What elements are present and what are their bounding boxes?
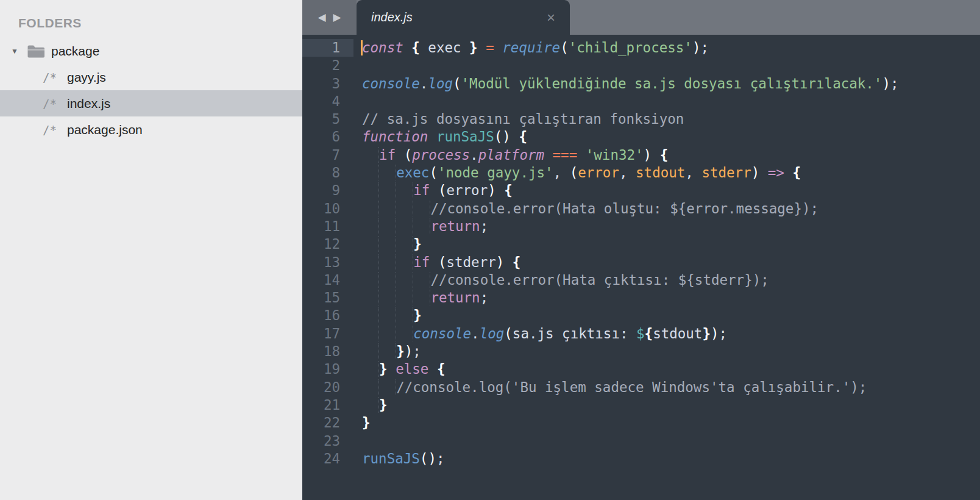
sidebar-item-gayy-js[interactable]: /* gayy.js xyxy=(0,64,302,90)
line-number: 15 xyxy=(302,289,353,307)
code-line[interactable]: 11 return; xyxy=(302,218,980,235)
indent-guide xyxy=(379,165,396,180)
indent-guide xyxy=(362,254,379,270)
indent-guide xyxy=(413,290,430,305)
indent-guide xyxy=(379,272,396,288)
indent-guide xyxy=(379,182,396,198)
code-line[interactable]: 13 if (stderr) { xyxy=(302,254,980,271)
file-label: gayy.js xyxy=(67,70,106,85)
indent-guide xyxy=(396,272,413,288)
indent-guide xyxy=(413,218,430,234)
line-number: 13 xyxy=(302,254,353,271)
sublime-window: FOLDERS ▼ package /* gayy.js /* index.js… xyxy=(0,0,980,500)
line-number: 8 xyxy=(302,164,353,182)
folders-header: FOLDERS xyxy=(0,0,302,38)
indent-guide xyxy=(362,343,379,359)
indent-guide xyxy=(396,326,413,341)
code-line[interactable]: 9 if (error) { xyxy=(302,182,980,199)
indent-guide xyxy=(362,147,379,163)
indent-guide xyxy=(362,236,379,252)
line-number: 3 xyxy=(302,75,353,93)
editor-pane: ◀ ▶ index.js × 1const { exec } = require… xyxy=(302,0,980,500)
indent-guide xyxy=(379,379,396,395)
code-line[interactable]: 10 //console.error(Hata oluştu: ${error.… xyxy=(302,200,980,218)
indent-guide xyxy=(396,254,413,270)
tab-index-js[interactable]: index.js × xyxy=(357,0,570,35)
code-line[interactable]: 21 } xyxy=(302,396,980,414)
line-number: 24 xyxy=(302,450,353,468)
code-line[interactable]: 14 //console.error(Hata çıktısı: ${stder… xyxy=(302,271,980,289)
code-line[interactable]: 6function runSaJS() { xyxy=(302,128,980,146)
indent-guide xyxy=(413,272,430,288)
code-line[interactable]: 16 } xyxy=(302,307,980,324)
indent-guide xyxy=(362,307,379,323)
indent-guide xyxy=(379,326,396,341)
code-line[interactable]: 17 console.log(sa.js çıktısı: ${stdout})… xyxy=(302,325,980,343)
line-number: 9 xyxy=(302,182,353,199)
indent-guide xyxy=(379,201,396,216)
line-number: 11 xyxy=(302,218,353,235)
code-line[interactable]: 22} xyxy=(302,414,980,432)
forward-icon[interactable]: ▶ xyxy=(333,11,341,24)
folder-label: package xyxy=(51,44,99,59)
indent-guide xyxy=(379,307,396,323)
indent-guide xyxy=(362,379,379,395)
line-number: 21 xyxy=(302,396,353,414)
nav-history: ◀ ▶ xyxy=(302,0,357,35)
indent-guide xyxy=(362,272,379,288)
line-number: 23 xyxy=(302,432,353,450)
sidebar-item-index-js[interactable]: /* index.js xyxy=(0,90,302,116)
line-number: 10 xyxy=(302,200,353,218)
code-line[interactable]: 23 xyxy=(302,432,980,450)
line-number: 12 xyxy=(302,235,353,253)
code-line[interactable]: 15 return; xyxy=(302,289,980,307)
indent-guide xyxy=(379,290,396,305)
indent-guide xyxy=(379,254,396,270)
line-number: 17 xyxy=(302,325,353,343)
indent-guide xyxy=(362,290,379,305)
code-line[interactable]: 7 if (process.platform === 'win32') { xyxy=(302,146,980,164)
close-icon[interactable]: × xyxy=(547,10,555,25)
code-line[interactable]: 4 xyxy=(302,93,980,110)
tab-bar: ◀ ▶ index.js × xyxy=(302,0,980,35)
indent-guide xyxy=(362,326,379,341)
indent-guide xyxy=(396,307,413,323)
code-line[interactable]: 1const { exec } = require('child_process… xyxy=(302,39,980,57)
folder-icon xyxy=(27,44,51,58)
line-number: 7 xyxy=(302,146,353,164)
sidebar-folder-package[interactable]: ▼ package xyxy=(0,38,302,64)
code-editor[interactable]: 1const { exec } = require('child_process… xyxy=(302,35,980,500)
code-line[interactable]: 18 }); xyxy=(302,343,980,360)
code-line[interactable]: 19 } else { xyxy=(302,360,980,378)
indent-guide xyxy=(396,182,413,198)
code-line[interactable]: 20 //console.log('Bu işlem sadece Window… xyxy=(302,379,980,396)
line-number: 4 xyxy=(302,93,353,110)
line-number: 5 xyxy=(302,110,353,128)
line-number: 18 xyxy=(302,343,353,360)
indent-guide xyxy=(379,343,396,359)
code-line[interactable]: 8 exec('node gayy.js', (error, stdout, s… xyxy=(302,164,980,182)
indent-guide xyxy=(362,201,379,216)
code-line[interactable]: 5// sa.js dosyasını çalıştıran fonksiyon xyxy=(302,110,980,128)
code-line[interactable]: 12 } xyxy=(302,235,980,253)
line-number: 19 xyxy=(302,360,353,378)
file-label: package.json xyxy=(67,123,143,137)
disclosure-triangle-icon[interactable]: ▼ xyxy=(11,47,27,55)
source-file-icon: /* xyxy=(43,71,67,84)
code-lines: 1const { exec } = require('child_process… xyxy=(302,39,980,468)
sidebar-item-package-json[interactable]: /* package.json xyxy=(0,116,302,143)
indent-guide xyxy=(413,201,430,216)
line-number: 20 xyxy=(302,379,353,396)
indent-guide xyxy=(362,218,379,234)
line-number: 22 xyxy=(302,414,353,432)
source-file-icon: /* xyxy=(43,123,67,137)
indent-guide xyxy=(396,290,413,305)
code-line[interactable]: 2 xyxy=(302,57,980,74)
indent-guide xyxy=(362,182,379,198)
indent-guide xyxy=(396,218,413,234)
code-line[interactable]: 24runSaJS(); xyxy=(302,450,980,468)
back-icon[interactable]: ◀ xyxy=(318,11,325,24)
line-number: 16 xyxy=(302,307,353,324)
line-number: 2 xyxy=(302,57,353,74)
code-line[interactable]: 3console.log('Modül yüklendiğinde sa.js … xyxy=(302,75,980,93)
